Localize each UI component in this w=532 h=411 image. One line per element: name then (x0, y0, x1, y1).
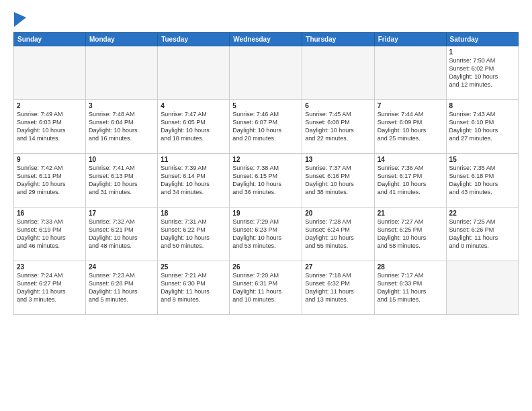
calendar-week-row: 2Sunrise: 7:49 AM Sunset: 6:03 PM Daylig… (14, 100, 519, 154)
day-info: Sunrise: 7:41 AM Sunset: 6:13 PM Dayligh… (89, 164, 154, 197)
day-number: 3 (89, 102, 154, 109)
calendar-cell: 5Sunrise: 7:46 AM Sunset: 6:07 PM Daylig… (230, 100, 302, 154)
day-number: 14 (378, 156, 443, 163)
day-number: 17 (89, 210, 154, 217)
day-info: Sunrise: 7:36 AM Sunset: 6:17 PM Dayligh… (378, 164, 443, 197)
day-number: 13 (305, 156, 371, 163)
day-info: Sunrise: 7:31 AM Sunset: 6:22 PM Dayligh… (161, 218, 226, 250)
calendar-cell: 12Sunrise: 7:38 AM Sunset: 6:15 PM Dayli… (230, 154, 302, 208)
calendar-cell: 8Sunrise: 7:43 AM Sunset: 6:10 PM Daylig… (446, 100, 518, 154)
day-number: 21 (378, 210, 443, 217)
calendar-week-row: 1Sunrise: 7:50 AM Sunset: 6:02 PM Daylig… (14, 46, 519, 100)
day-info: Sunrise: 7:37 AM Sunset: 6:16 PM Dayligh… (305, 164, 371, 197)
day-number: 9 (17, 156, 83, 163)
day-number: 10 (89, 156, 154, 163)
svg-marker-0 (14, 12, 26, 27)
calendar-cell: 20Sunrise: 7:28 AM Sunset: 6:24 PM Dayli… (302, 208, 374, 261)
day-info: Sunrise: 7:29 AM Sunset: 6:23 PM Dayligh… (232, 218, 299, 250)
day-number: 12 (232, 156, 299, 163)
day-info: Sunrise: 7:27 AM Sunset: 6:25 PM Dayligh… (378, 218, 443, 250)
header (13, 12, 519, 27)
calendar-cell: 13Sunrise: 7:37 AM Sunset: 6:16 PM Dayli… (302, 154, 374, 208)
day-number: 1 (449, 48, 515, 56)
day-number: 19 (232, 210, 299, 217)
day-info: Sunrise: 7:44 AM Sunset: 6:09 PM Dayligh… (378, 110, 443, 143)
day-number: 27 (305, 263, 371, 271)
weekday-header-cell: Friday (374, 33, 446, 46)
day-info: Sunrise: 7:46 AM Sunset: 6:07 PM Dayligh… (232, 110, 299, 143)
calendar-week-row: 16Sunrise: 7:33 AM Sunset: 6:19 PM Dayli… (14, 208, 519, 261)
day-number: 28 (378, 263, 443, 271)
day-info: Sunrise: 7:21 AM Sunset: 6:30 PM Dayligh… (161, 271, 226, 304)
day-number: 16 (17, 210, 83, 217)
day-info: Sunrise: 7:48 AM Sunset: 6:04 PM Dayligh… (89, 110, 154, 143)
day-number: 23 (17, 263, 83, 271)
day-info: Sunrise: 7:23 AM Sunset: 6:28 PM Dayligh… (89, 271, 154, 304)
day-info: Sunrise: 7:47 AM Sunset: 6:05 PM Dayligh… (161, 110, 226, 143)
day-info: Sunrise: 7:42 AM Sunset: 6:11 PM Dayligh… (17, 164, 83, 197)
calendar-cell (302, 46, 374, 100)
calendar-cell (158, 46, 230, 100)
calendar-cell: 9Sunrise: 7:42 AM Sunset: 6:11 PM Daylig… (14, 154, 86, 208)
calendar-cell: 3Sunrise: 7:48 AM Sunset: 6:04 PM Daylig… (86, 100, 158, 154)
day-info: Sunrise: 7:35 AM Sunset: 6:18 PM Dayligh… (449, 164, 515, 197)
calendar-cell: 22Sunrise: 7:25 AM Sunset: 6:26 PM Dayli… (446, 208, 518, 261)
weekday-header-cell: Saturday (446, 33, 518, 46)
calendar-cell: 25Sunrise: 7:21 AM Sunset: 6:30 PM Dayli… (158, 261, 230, 315)
calendar-week-row: 23Sunrise: 7:24 AM Sunset: 6:27 PM Dayli… (14, 261, 519, 315)
calendar-cell: 10Sunrise: 7:41 AM Sunset: 6:13 PM Dayli… (86, 154, 158, 208)
calendar-page: SundayMondayTuesdayWednesdayThursdayFrid… (0, 0, 532, 411)
calendar-cell: 24Sunrise: 7:23 AM Sunset: 6:28 PM Dayli… (86, 261, 158, 315)
calendar-cell: 4Sunrise: 7:47 AM Sunset: 6:05 PM Daylig… (158, 100, 230, 154)
calendar-cell (446, 261, 518, 315)
calendar-body: 1Sunrise: 7:50 AM Sunset: 6:02 PM Daylig… (14, 46, 519, 315)
day-info: Sunrise: 7:28 AM Sunset: 6:24 PM Dayligh… (305, 218, 371, 250)
day-number: 18 (161, 210, 226, 217)
weekday-header-cell: Monday (86, 33, 158, 46)
calendar-cell: 11Sunrise: 7:39 AM Sunset: 6:14 PM Dayli… (158, 154, 230, 208)
calendar-cell: 2Sunrise: 7:49 AM Sunset: 6:03 PM Daylig… (14, 100, 86, 154)
logo-icon (14, 12, 26, 27)
day-info: Sunrise: 7:17 AM Sunset: 6:33 PM Dayligh… (378, 271, 443, 304)
calendar-cell: 15Sunrise: 7:35 AM Sunset: 6:18 PM Dayli… (446, 154, 518, 208)
calendar-table: SundayMondayTuesdayWednesdayThursdayFrid… (13, 32, 519, 315)
calendar-cell: 6Sunrise: 7:45 AM Sunset: 6:08 PM Daylig… (302, 100, 374, 154)
calendar-cell (230, 46, 302, 100)
calendar-cell: 1Sunrise: 7:50 AM Sunset: 6:02 PM Daylig… (446, 46, 518, 100)
day-info: Sunrise: 7:18 AM Sunset: 6:32 PM Dayligh… (305, 271, 371, 304)
logo (13, 12, 26, 27)
day-number: 2 (17, 102, 83, 109)
calendar-cell: 21Sunrise: 7:27 AM Sunset: 6:25 PM Dayli… (374, 208, 446, 261)
day-info: Sunrise: 7:43 AM Sunset: 6:10 PM Dayligh… (449, 110, 515, 143)
day-number: 6 (305, 102, 371, 109)
calendar-cell: 7Sunrise: 7:44 AM Sunset: 6:09 PM Daylig… (374, 100, 446, 154)
calendar-cell: 23Sunrise: 7:24 AM Sunset: 6:27 PM Dayli… (14, 261, 86, 315)
day-info: Sunrise: 7:25 AM Sunset: 6:26 PM Dayligh… (449, 218, 515, 250)
day-info: Sunrise: 7:24 AM Sunset: 6:27 PM Dayligh… (17, 271, 83, 304)
calendar-cell: 19Sunrise: 7:29 AM Sunset: 6:23 PM Dayli… (230, 208, 302, 261)
day-number: 15 (449, 156, 515, 163)
day-number: 22 (449, 210, 515, 217)
day-info: Sunrise: 7:38 AM Sunset: 6:15 PM Dayligh… (232, 164, 299, 197)
day-info: Sunrise: 7:49 AM Sunset: 6:03 PM Dayligh… (17, 110, 83, 143)
day-info: Sunrise: 7:33 AM Sunset: 6:19 PM Dayligh… (17, 218, 83, 250)
day-number: 5 (232, 102, 299, 109)
calendar-cell: 17Sunrise: 7:32 AM Sunset: 6:21 PM Dayli… (86, 208, 158, 261)
calendar-cell: 14Sunrise: 7:36 AM Sunset: 6:17 PM Dayli… (374, 154, 446, 208)
calendar-cell: 28Sunrise: 7:17 AM Sunset: 6:33 PM Dayli… (374, 261, 446, 315)
weekday-header-row: SundayMondayTuesdayWednesdayThursdayFrid… (14, 33, 519, 46)
day-number: 8 (449, 102, 515, 109)
calendar-cell: 26Sunrise: 7:20 AM Sunset: 6:31 PM Dayli… (230, 261, 302, 315)
day-info: Sunrise: 7:32 AM Sunset: 6:21 PM Dayligh… (89, 218, 154, 250)
day-number: 20 (305, 210, 371, 217)
day-info: Sunrise: 7:20 AM Sunset: 6:31 PM Dayligh… (232, 271, 299, 304)
day-number: 26 (232, 263, 299, 271)
weekday-header-cell: Sunday (14, 33, 86, 46)
day-info: Sunrise: 7:39 AM Sunset: 6:14 PM Dayligh… (161, 164, 226, 197)
calendar-cell: 27Sunrise: 7:18 AM Sunset: 6:32 PM Dayli… (302, 261, 374, 315)
calendar-cell (86, 46, 158, 100)
weekday-header-cell: Tuesday (158, 33, 230, 46)
day-number: 7 (378, 102, 443, 109)
day-number: 24 (89, 263, 154, 271)
day-info: Sunrise: 7:45 AM Sunset: 6:08 PM Dayligh… (305, 110, 371, 143)
